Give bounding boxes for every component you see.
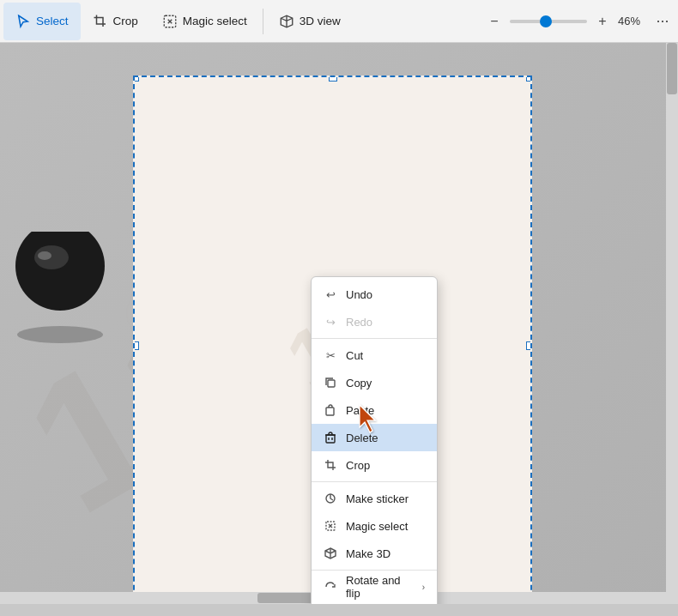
menu-item-make-3d[interactable]: Make 3D bbox=[312, 540, 437, 567]
handle-top-left[interactable] bbox=[133, 75, 139, 82]
menu-item-paste-label: Paste bbox=[346, 404, 374, 417]
rotate-flip-icon bbox=[324, 580, 337, 594]
toolbar-3d-view-label: 3D view bbox=[300, 15, 341, 27]
toolbar-select[interactable]: Select bbox=[3, 3, 81, 40]
magic-select-ctx-icon bbox=[324, 519, 337, 533]
menu-item-paste[interactable]: Paste bbox=[312, 396, 437, 424]
redo-icon: ↪ bbox=[324, 315, 337, 329]
toolbar-sep-1 bbox=[263, 9, 263, 34]
menu-item-delete-label: Delete bbox=[346, 432, 378, 444]
menu-item-redo-label: Redo bbox=[346, 316, 372, 329]
handle-top-center[interactable] bbox=[329, 75, 337, 82]
menu-item-rotate-flip-label: Rotate and flip bbox=[346, 574, 414, 600]
menu-divider-2 bbox=[312, 481, 437, 482]
menu-item-rotate-flip[interactable]: Rotate and flip › bbox=[312, 573, 437, 601]
crop-context-icon bbox=[324, 458, 337, 472]
zoom-slider[interactable] bbox=[510, 20, 587, 23]
zoom-level-label: 46% bbox=[618, 15, 647, 27]
toolbar: Select Crop Magic select 3D view − + 46%… bbox=[0, 0, 678, 43]
menu-item-crop-label: Crop bbox=[346, 459, 370, 472]
menu-item-redo[interactable]: ↪ Redo bbox=[312, 308, 437, 335]
zoom-out-button[interactable]: − bbox=[484, 11, 505, 32]
toolbar-select-label: Select bbox=[36, 15, 69, 27]
menu-item-crop[interactable]: Crop bbox=[312, 451, 437, 479]
toolbar-crop-label: Crop bbox=[113, 15, 138, 27]
menu-item-copy-label: Copy bbox=[346, 377, 372, 390]
svg-point-7 bbox=[17, 326, 103, 343]
undo-icon: ↩ bbox=[324, 287, 337, 301]
menu-item-undo[interactable]: ↩ Undo bbox=[312, 281, 437, 308]
delete-icon bbox=[324, 431, 337, 444]
paste-icon bbox=[324, 403, 337, 417]
canvas-area[interactable]: 11 11 ↻ ↩ Undo bbox=[0, 43, 678, 604]
menu-item-delete[interactable]: Delete bbox=[312, 424, 437, 451]
handle-middle-right[interactable] bbox=[526, 341, 532, 350]
3d-view-icon bbox=[279, 14, 294, 29]
vertical-scrollbar-thumb[interactable] bbox=[667, 43, 677, 94]
make-3d-icon bbox=[324, 547, 337, 560]
svg-rect-8 bbox=[328, 380, 335, 387]
menu-item-make-3d-label: Make 3D bbox=[346, 547, 390, 560]
handle-middle-left[interactable] bbox=[133, 341, 139, 350]
sticker-icon bbox=[324, 492, 337, 505]
context-menu: ↩ Undo ↪ Redo ✂ Cut Copy bbox=[311, 276, 438, 604]
toolbar-3d-view[interactable]: 3D view bbox=[267, 3, 353, 40]
coffee-cup-image bbox=[0, 232, 120, 352]
menu-item-cut[interactable]: ✂ Cut bbox=[312, 341, 437, 369]
toolbar-magic-select[interactable]: Magic select bbox=[150, 3, 259, 40]
menu-item-cut-label: Cut bbox=[346, 349, 363, 362]
toolbar-crop[interactable]: Crop bbox=[81, 3, 150, 40]
rotate-flip-arrow: › bbox=[422, 583, 425, 592]
menu-divider-1 bbox=[312, 338, 437, 339]
menu-divider-3 bbox=[312, 570, 437, 571]
vertical-scrollbar[interactable] bbox=[666, 43, 678, 604]
magic-select-icon bbox=[162, 14, 178, 29]
toolbar-magic-select-label: Magic select bbox=[183, 15, 247, 27]
more-options-button[interactable]: ··· bbox=[651, 9, 675, 33]
menu-item-magic-select[interactable]: Magic select bbox=[312, 512, 437, 540]
menu-item-copy[interactable]: Copy bbox=[312, 369, 437, 396]
svg-point-4 bbox=[15, 232, 105, 311]
menu-item-select-all[interactable]: Select all bbox=[312, 601, 437, 604]
svg-rect-9 bbox=[326, 408, 334, 415]
svg-rect-10 bbox=[326, 435, 335, 443]
zoom-in-button[interactable]: + bbox=[592, 11, 613, 32]
cut-icon: ✂ bbox=[324, 348, 337, 362]
select-icon bbox=[15, 14, 31, 29]
svg-point-6 bbox=[38, 251, 51, 260]
menu-item-undo-label: Undo bbox=[346, 288, 372, 301]
zoom-control: − + 46% bbox=[484, 11, 647, 32]
menu-item-magic-select-label: Magic select bbox=[346, 520, 408, 533]
toolbar-right: − + 46% ··· bbox=[484, 9, 675, 33]
handle-top-right[interactable] bbox=[526, 75, 532, 82]
menu-item-sticker-label: Make sticker bbox=[346, 492, 409, 505]
menu-item-make-sticker[interactable]: Make sticker bbox=[312, 485, 437, 512]
copy-icon bbox=[324, 376, 337, 390]
crop-icon bbox=[93, 14, 108, 29]
